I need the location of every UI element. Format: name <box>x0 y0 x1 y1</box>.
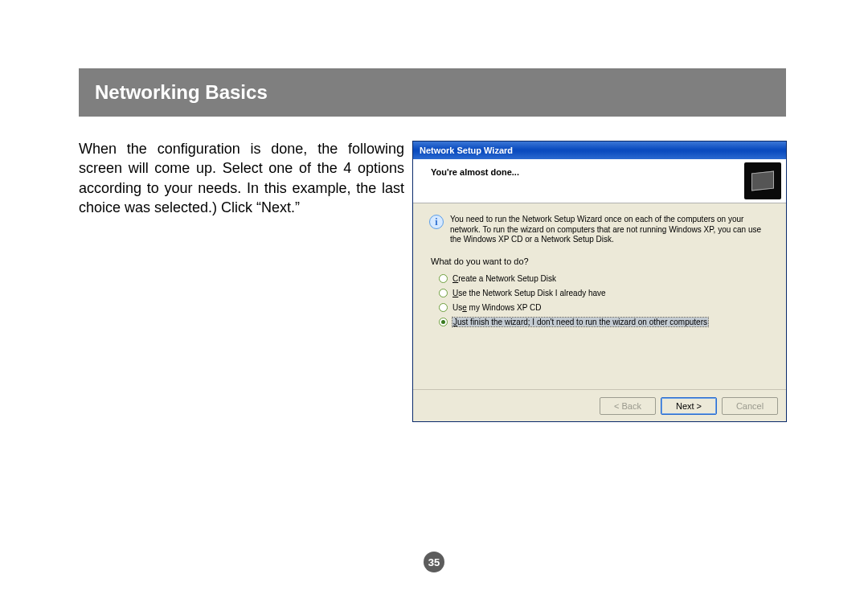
page-number-badge: 35 <box>424 552 444 572</box>
radio-icon <box>439 318 448 326</box>
info-icon: i <box>429 215 444 229</box>
section-header-bar: Networking Basics <box>79 68 786 117</box>
wizard-header-title: You're almost done... <box>431 167 776 177</box>
prompt-text: What do you want to do? <box>431 256 770 266</box>
radio-option-use-xp-cd[interactable]: Use my Windows XP CD <box>439 303 770 312</box>
radio-label: Just finish the wizard; I don't need to … <box>452 318 708 326</box>
instruction-paragraph: When the configuration is done, the foll… <box>79 139 404 217</box>
info-row: i You need to run the Network Setup Wiza… <box>429 215 770 245</box>
cancel-button[interactable]: Cancel <box>722 397 778 415</box>
wizard-header: You're almost done... <box>413 159 786 203</box>
radio-label: Create a Network Setup Disk <box>452 274 556 283</box>
wizard-window-title: Network Setup Wizard <box>420 146 513 155</box>
disk-icon <box>744 162 781 199</box>
radio-label: Use the Network Setup Disk I already hav… <box>452 289 606 297</box>
radio-icon <box>439 274 448 283</box>
radio-option-use-existing-disk[interactable]: Use the Network Setup Disk I already hav… <box>439 289 770 297</box>
wizard-body: i You need to run the Network Setup Wiza… <box>413 203 786 390</box>
radio-option-create-disk[interactable]: Create a Network Setup Disk <box>439 274 770 283</box>
next-button[interactable]: Next > <box>661 397 717 415</box>
section-title: Networking Basics <box>95 81 268 104</box>
radio-icon <box>439 289 448 297</box>
wizard-titlebar: Network Setup Wizard <box>413 142 786 159</box>
back-button[interactable]: < Back <box>600 397 656 415</box>
info-text: You need to run the Network Setup Wizard… <box>450 215 770 245</box>
radio-label: Use my Windows XP CD <box>452 303 541 312</box>
radio-option-just-finish[interactable]: Just finish the wizard; I don't need to … <box>439 318 770 326</box>
radio-list: Create a Network Setup Disk Use the Netw… <box>439 274 770 326</box>
radio-icon <box>439 303 448 312</box>
wizard-footer: < Back Next > Cancel <box>413 389 786 421</box>
network-setup-wizard-window: Network Setup Wizard You're almost done.… <box>412 141 787 422</box>
